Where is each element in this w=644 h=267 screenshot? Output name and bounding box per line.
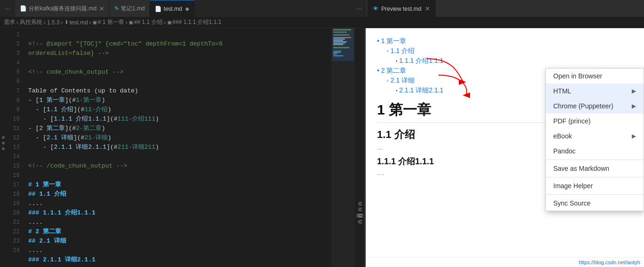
editor-line: ### 2.1.1 详细2.1.1 (28, 255, 331, 265)
editor-line: .... (28, 218, 331, 227)
sidebar-letter-u1: U (356, 214, 363, 218)
preview-tab-icon: 👁 (373, 5, 379, 12)
preview-footer: https://blog.csdn.net/laotyh (366, 257, 644, 267)
editor-content[interactable]: <!-- @import "[TOC]" {cmd="toc" depthFro… (24, 28, 331, 267)
indicator-dot-3 (2, 147, 5, 150)
toc-link-ch1[interactable]: • 1 第一章 (377, 37, 406, 45)
tab-overflow-right[interactable]: ··· (352, 0, 367, 17)
tab2-label: 笔记1.md (121, 5, 145, 13)
editor-line: .... (28, 199, 331, 208)
breadcrumb: 需求 › 风控系统 › 1.5.3 › ⬇ test.md › ▣ # 1 第一… (0, 17, 364, 28)
editor-line: <!-- /code_chunk_output --> (28, 161, 331, 171)
editor-line: <!-- code_chunk_output --> (28, 68, 331, 77)
editor-area: 12345 678910 1112131415 1617181920 21222… (0, 28, 364, 267)
tab2-icon: ✎ (114, 5, 119, 12)
tab1-icon: 📄 (20, 5, 27, 12)
toc-link-2-1[interactable]: ◦ 2.1 详细 (386, 76, 415, 84)
tab-bar-dots-left[interactable]: ··· (0, 0, 15, 17)
sidebar-letter-u2: U (356, 220, 363, 224)
editor-line: ## 1.1 介绍 (28, 190, 331, 199)
context-menu-item-pandoc[interactable]: Pandoc (546, 144, 644, 159)
tab3-dot: ● (185, 5, 189, 13)
editor-line: Table of Contents (up to date) (28, 86, 331, 96)
toc-link-2-1-1[interactable]: 2.1.1 详细2.1.1 (399, 86, 443, 95)
tab-file3[interactable]: 📄 test.md ● (150, 0, 195, 17)
context-menu-item-html[interactable]: HTML ▶ (546, 84, 644, 99)
context-menu-separator-3 (546, 194, 644, 195)
toc-link-1-1-1[interactable]: 1.1.1 介绍1.1.1 (399, 57, 443, 65)
context-menu-item-open-browser[interactable]: Open in Browser (546, 69, 644, 84)
toc-link-1-1[interactable]: ◦ 1.1 介绍 (386, 47, 415, 54)
context-menu-item-sync-source[interactable]: Sync Source (546, 196, 644, 211)
tab1-close[interactable]: ✕ (99, 5, 104, 12)
context-menu-separator-1 (546, 160, 644, 160)
editor-line (28, 152, 331, 161)
editor-line: - [2 第二章](#2-第二章) (28, 124, 331, 133)
editor-line: .... (28, 246, 331, 255)
context-menu-item-image-helper[interactable]: Image Helper (546, 178, 644, 193)
html-arrow-icon: ▶ (632, 88, 636, 94)
editor-preview-divider (364, 28, 366, 267)
editor-line: # 2 第二章 (28, 227, 331, 236)
tab-file1[interactable]: 📄 分析kafka服务连接问题.md ✕ (15, 0, 110, 17)
editor-line: <!-- @import "[TOC]" {cmd="toc" depthFro… (28, 39, 331, 49)
editor-line: - [1 第一章](#1-第一章) (28, 96, 331, 105)
context-menu-item-save-markdown[interactable]: Save as Markdown (546, 161, 644, 176)
preview-panel: • 1 第一章 ◦ 1.1 介绍 ▪ 1.1.1 介绍1.1.1 • 2 第二章… (366, 28, 644, 267)
ebook-arrow-icon: ▶ (632, 133, 636, 139)
line-numbers: 12345 678910 1112131415 1617181920 21222… (7, 28, 24, 267)
indicator-dot-2 (2, 142, 5, 145)
sidebar-letter-m2: M (357, 207, 362, 211)
indicator-dot-1 (2, 136, 5, 139)
preview-tab[interactable]: 👁 Preview test.md ✕ (367, 0, 436, 17)
tab1-label: 分析kafka服务连接问题.md (29, 5, 97, 13)
minimap (331, 28, 355, 267)
tab-file2[interactable]: ✎ 笔记1.md (110, 0, 150, 17)
context-menu-separator-2 (546, 177, 644, 177)
toc-link-ch2[interactable]: • 2 第二章 (377, 67, 406, 74)
preview-tab-close[interactable]: ✕ (425, 5, 430, 12)
context-menu-item-pdf[interactable]: PDF (prince) (546, 114, 644, 129)
editor-line: - [1.1 介绍](#11-介绍) (28, 105, 331, 114)
tab3-label: test.md (164, 6, 182, 12)
sidebar-letters: M M U U (355, 28, 364, 267)
editor-line: - [2.1.1 详细2.1.1](#211-详细211) (28, 143, 331, 152)
editor-line (28, 171, 331, 180)
tab3-icon: 📄 (155, 6, 162, 12)
editor-line: ### 1.1.1 介绍1.1.1 (28, 208, 331, 218)
context-menu: Open in Browser HTML ▶ Chrome (Puppeteer… (545, 68, 644, 211)
preview-tab-label: Preview test.md (381, 6, 421, 12)
editor-line: - [1.1.1 介绍1.1.1](#111-介绍111) (28, 114, 331, 124)
editor-line (28, 58, 331, 68)
editor-line: orderedList=false} --> (28, 49, 331, 58)
editor-line (28, 30, 331, 39)
chrome-arrow-icon: ▶ (632, 103, 636, 109)
context-menu-item-chrome[interactable]: Chrome (Puppeteer) ▶ (546, 99, 644, 114)
editor-line: - [2.1 详细](#21-详细) (28, 133, 331, 143)
context-menu-item-ebook[interactable]: eBook ▶ (546, 129, 644, 144)
sidebar-letter-m1: M (357, 202, 362, 206)
editor-line (28, 77, 331, 86)
editor-line: ## 2.1 详细 (28, 236, 331, 246)
editor-line: # 1 第一章 (28, 180, 331, 190)
